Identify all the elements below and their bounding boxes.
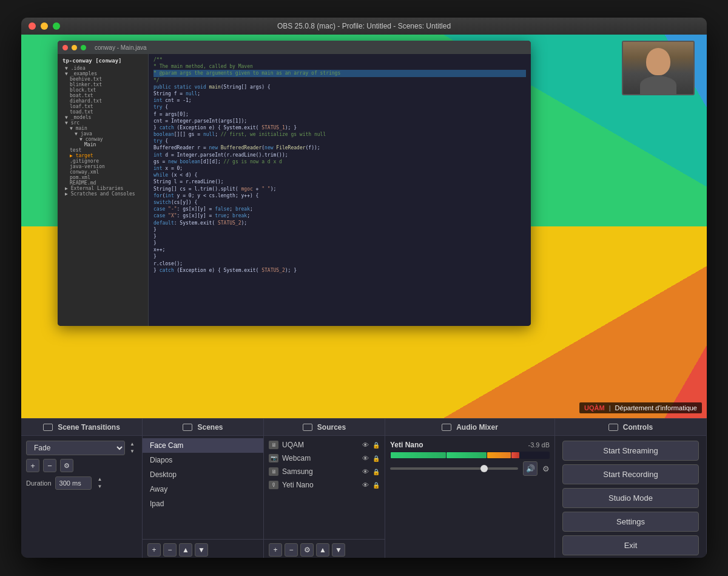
scene-item-away[interactable]: Away bbox=[143, 482, 263, 496]
source-item-webcam: 📷 Webcam 👁 🔒 bbox=[264, 452, 385, 465]
webcam-visibility-toggle[interactable]: 👁 bbox=[362, 455, 369, 462]
ide-code-area: /** * The main method, called by Maven *… bbox=[149, 54, 531, 326]
move-scene-up-button[interactable]: ▲ bbox=[179, 543, 192, 557]
meter-green2 bbox=[447, 452, 486, 458]
duration-spin-down[interactable]: ▼ bbox=[95, 483, 105, 490]
sources-controls: + − ⚙ ▲ ▼ bbox=[264, 539, 385, 558]
uqam-separator: | bbox=[609, 404, 611, 412]
webcam-head bbox=[646, 48, 670, 75]
add-source-button[interactable]: + bbox=[269, 543, 282, 557]
samsung-visibility-toggle[interactable]: 👁 bbox=[362, 468, 369, 475]
ide-max bbox=[81, 45, 86, 50]
ide-close bbox=[62, 45, 68, 50]
duration-input[interactable] bbox=[55, 476, 92, 490]
yetinano-source-icon: 🎙 bbox=[269, 481, 278, 489]
duration-spin-arrows: ▲ ▼ bbox=[95, 476, 105, 490]
uqam-logo: UQÀM bbox=[584, 404, 605, 412]
audio-track-header: Yeti Nano -3.9 dB bbox=[390, 441, 550, 449]
scene-item-ipad[interactable]: Ipad bbox=[143, 496, 263, 511]
add-scene-button[interactable]: + bbox=[147, 543, 161, 557]
scene-item-diapos[interactable]: Diapos bbox=[143, 453, 263, 467]
uqam-lock-toggle[interactable]: 🔒 bbox=[372, 442, 380, 449]
transition-controls: + − ⚙ bbox=[26, 459, 137, 472]
settings-button[interactable]: Settings bbox=[562, 512, 699, 532]
preview-area: conway - Main.java tp-conway [conway] ▼ … bbox=[21, 35, 707, 418]
transition-type-select[interactable]: Fade Cut Swipe bbox=[26, 441, 125, 455]
yetinano-source-name: Yeti Nano bbox=[282, 481, 359, 489]
scene-item-facecam[interactable]: Face Cam bbox=[143, 438, 263, 453]
audio-mixer-icon bbox=[442, 424, 451, 431]
studio-mode-button[interactable]: Studio Mode bbox=[562, 488, 699, 508]
sources-icon bbox=[303, 424, 312, 431]
duration-label: Duration bbox=[26, 479, 52, 487]
audio-mixer-label: Audio Mixer bbox=[456, 423, 498, 432]
meter-red bbox=[511, 452, 519, 458]
obs-window: OBS 25.0.8 (mac) - Profile: Untitled - S… bbox=[21, 18, 707, 558]
move-scene-down-button[interactable]: ▼ bbox=[195, 543, 208, 557]
yetinano-visibility-toggle[interactable]: 👁 bbox=[362, 481, 369, 489]
scenes-list: Face Cam Diapos Desktop Away Ipad bbox=[143, 436, 263, 539]
minimize-button[interactable] bbox=[41, 22, 48, 30]
exit-button[interactable]: Exit bbox=[562, 535, 699, 555]
webcam-body bbox=[640, 76, 676, 94]
volume-slider[interactable] bbox=[390, 467, 518, 470]
meter-yellow bbox=[487, 452, 511, 458]
uqam-source-name: UQAM bbox=[282, 441, 359, 449]
audio-track-db: -3.9 dB bbox=[528, 441, 550, 449]
audio-mixer-section: Audio Mixer Yeti Nano -3.9 dB bbox=[385, 419, 555, 558]
ide-window: conway - Main.java tp-conway [conway] ▼ … bbox=[58, 41, 531, 326]
scenes-section: Scenes Face Cam Diapos Desktop Away Ipad… bbox=[143, 419, 264, 558]
move-source-down-button[interactable]: ▼ bbox=[332, 543, 345, 557]
webcam-source-name: Webcam bbox=[282, 454, 359, 462]
scene-transitions-label: Scene Transitions bbox=[58, 423, 120, 432]
source-item-samsung: 🖥 Samsung 👁 🔒 bbox=[264, 465, 385, 478]
transitions-content: Fade Cut Swipe ▲ ▼ + − ⚙ bbox=[21, 436, 142, 495]
remove-transition-button[interactable]: − bbox=[43, 459, 56, 472]
title-bar: OBS 25.0.8 (mac) - Profile: Untitled - S… bbox=[21, 18, 707, 35]
controls-icon bbox=[608, 424, 618, 431]
controls-buttons: Start Streaming Start Recording Studio M… bbox=[555, 436, 706, 558]
audio-settings-button[interactable]: ⚙ bbox=[542, 464, 550, 473]
audio-slider-row: 🔊 ⚙ bbox=[390, 461, 550, 476]
webcam-person bbox=[623, 42, 693, 94]
uqam-dept: Département d'informatique bbox=[615, 404, 697, 412]
project-label: tp-conway [conway] bbox=[60, 56, 146, 65]
scene-transitions-icon bbox=[43, 424, 53, 431]
mute-button[interactable]: 🔊 bbox=[523, 461, 538, 476]
close-button[interactable] bbox=[29, 22, 36, 30]
ide-sidebar: tp-conway [conway] ▼ .idea ▼ _examples b… bbox=[58, 54, 149, 326]
maximize-button[interactable] bbox=[53, 22, 60, 30]
samsung-source-icon: 🖥 bbox=[269, 467, 278, 476]
samsung-source-name: Samsung bbox=[282, 467, 359, 476]
scenes-label: Scenes bbox=[197, 423, 223, 432]
start-streaming-button[interactable]: Start Streaming bbox=[562, 441, 699, 461]
source-item-uqam: 🖥 UQAM 👁 🔒 bbox=[264, 438, 385, 452]
ide-titlebar: conway - Main.java bbox=[58, 41, 531, 54]
scene-item-desktop[interactable]: Desktop bbox=[143, 467, 263, 482]
spin-up[interactable]: ▲ bbox=[127, 441, 137, 448]
move-source-up-button[interactable]: ▲ bbox=[316, 543, 329, 557]
uqam-visibility-toggle[interactable]: 👁 bbox=[362, 441, 369, 449]
webcam-lock-toggle[interactable]: 🔒 bbox=[372, 455, 380, 462]
meter-green bbox=[391, 452, 446, 458]
yetinano-lock-toggle[interactable]: 🔒 bbox=[372, 482, 380, 489]
start-recording-button[interactable]: Start Recording bbox=[562, 464, 699, 484]
remove-scene-button[interactable]: − bbox=[163, 543, 177, 557]
add-transition-button[interactable]: + bbox=[26, 459, 39, 472]
duration-row: Duration ▲ ▼ bbox=[26, 476, 137, 490]
uqam-watermark: UQÀM | Département d'informatique bbox=[579, 402, 702, 413]
webcam-source-icon: 📷 bbox=[269, 454, 278, 462]
remove-source-button[interactable]: − bbox=[285, 543, 298, 557]
transition-settings-button[interactable]: ⚙ bbox=[60, 459, 73, 472]
audio-track-name: Yeti Nano bbox=[390, 441, 423, 449]
duration-spin-up[interactable]: ▲ bbox=[95, 476, 105, 483]
controls-section: Controls Start Streaming Start Recording… bbox=[555, 419, 707, 558]
samsung-lock-toggle[interactable]: 🔒 bbox=[372, 469, 380, 475]
window-controls bbox=[29, 22, 60, 30]
audio-mixer-header: Audio Mixer bbox=[385, 419, 554, 436]
spin-down[interactable]: ▼ bbox=[127, 448, 137, 455]
panel-sections: Scene Transitions Fade Cut Swipe ▲ ▼ bbox=[21, 418, 707, 558]
audio-track-yetinano: Yeti Nano -3.9 dB 🔊 ⚙ bbox=[390, 441, 550, 476]
source-settings-button[interactable]: ⚙ bbox=[300, 543, 314, 557]
scene-transitions-section: Scene Transitions Fade Cut Swipe ▲ ▼ bbox=[21, 419, 143, 558]
